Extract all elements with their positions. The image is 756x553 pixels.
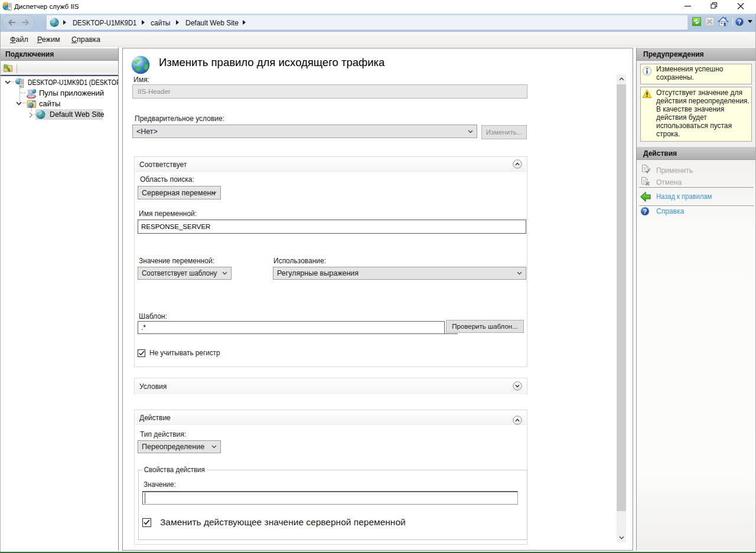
svg-text:?: ? — [738, 18, 741, 25]
svg-text:?: ? — [643, 208, 647, 215]
